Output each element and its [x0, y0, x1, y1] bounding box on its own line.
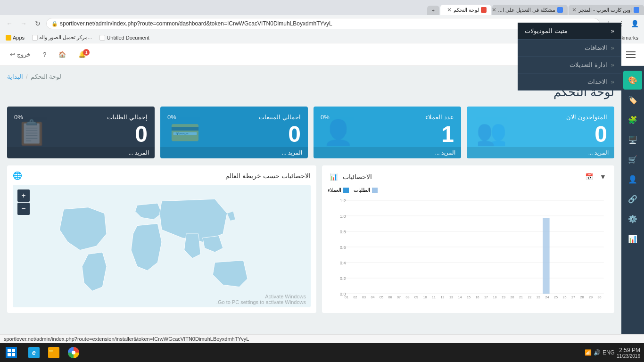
sidebar-orders-icon[interactable]: 🛒 — [623, 150, 642, 169]
dropdown-item-label-3: الاحداث — [587, 78, 607, 85]
support-button[interactable]: ? — [38, 48, 51, 61]
taskbar-app-ie[interactable]: e — [25, 343, 43, 362]
map-chart-header: الاحصائيات حسب خريطة العالم 🌐 — [13, 171, 311, 180]
explorer-svg — [48, 347, 59, 358]
svg-text:18: 18 — [493, 296, 497, 299]
activate-windows-line1: Activate Windows — [216, 294, 306, 299]
svg-text:05: 05 — [380, 296, 383, 299]
taskbar-date: 11/23/2016 — [617, 354, 640, 359]
svg-text:10: 10 — [423, 296, 427, 299]
tab-1[interactable]: اوبن كارت العرب - المتجر ✕ — [569, 5, 644, 15]
svg-rect-46 — [8, 353, 11, 356]
world-map-chart-box: الاحصائيات حسب خريطة العالم 🌐 + − — [7, 165, 316, 313]
chart-header: ▼ 📅 الاحصائيات 📊 — [328, 171, 609, 182]
sidebar-settings-icon[interactable]: ⚙️ — [623, 209, 642, 228]
svg-text:02: 02 — [354, 296, 357, 299]
top-nav-right-buttons: ↩ خروج ? 🏠 🔔 1 — [5, 48, 91, 61]
sidebar-catalog-icon[interactable]: 🏷️ — [623, 90, 642, 109]
svg-text:07: 07 — [397, 296, 401, 299]
dropdown-item-arrow-3: « — [611, 78, 614, 85]
address-bar[interactable]: 🔒 sportlover.net/admin/index.php?route=c… — [46, 18, 600, 29]
breadcrumb-home-link[interactable]: البداية — [7, 73, 23, 80]
svg-text:06: 06 — [388, 296, 392, 299]
taskbar-app-explorer[interactable] — [44, 343, 63, 362]
chart-bar-icon[interactable]: 📊 — [328, 171, 339, 182]
taskbar-apps: e — [23, 343, 85, 362]
hamburger-line-1 — [626, 51, 636, 52]
notification-button[interactable]: 🔔 1 — [73, 48, 91, 61]
tab-close-1[interactable]: ✕ — [572, 7, 577, 13]
dropdown-item-events[interactable]: « الاحداث — [518, 74, 621, 90]
svg-text:23: 23 — [537, 296, 540, 299]
logout-button[interactable]: ↩ خروج — [5, 48, 36, 61]
hamburger-line-3 — [626, 57, 636, 58]
stat-online-footer[interactable]: المزيد ... — [467, 147, 614, 158]
dropdown-item-extensions[interactable]: « الاضافات — [518, 40, 621, 57]
lang-tray-label: ENG — [603, 349, 615, 356]
svg-text:0.2: 0.2 — [340, 276, 346, 281]
stat-customers-footer[interactable]: المزيد ... — [314, 147, 461, 158]
svg-text:0.6: 0.6 — [340, 245, 346, 250]
svg-text:0.4: 0.4 — [340, 261, 346, 265]
hamburger-menu-button[interactable] — [622, 46, 639, 63]
sidebar-customers-icon[interactable]: 👤 — [623, 170, 642, 189]
dropdown-item-modifications[interactable]: « ادارة التعديلات — [518, 57, 621, 74]
svg-text:29: 29 — [589, 296, 593, 299]
bookmark-apps[interactable]: Apps — [4, 34, 26, 41]
stat-orders-footer[interactable]: المزيد ... — [7, 147, 155, 158]
chart-svg: 1.2 1.0 0.8 0.6 0.4 0.2 0.0 01 02 03 04 … — [328, 196, 609, 299]
back-button[interactable]: ← — [4, 18, 15, 29]
stat-card-orders: 0% إجمالي الطلبات 0 📋 المزيد ... — [7, 107, 155, 158]
taskbar-clock: 2:59 PM 11/23/2016 — [617, 347, 640, 359]
stat-card-online: المتواجدون الان 0 👥 المزيد ... — [467, 107, 614, 158]
svg-text:08: 08 — [406, 296, 410, 299]
svg-text:04: 04 — [371, 296, 375, 299]
bookmark-image-center[interactable]: مركز تحميل الصور واله... — [30, 33, 94, 41]
taskbar-right: 📶 🔊 ENG 2:59 PM 11/23/2016 — [585, 347, 644, 359]
stat-card-sales: 0% اجمالي المبيعات 0 💳 المزيد ... — [160, 107, 308, 158]
refresh-button[interactable]: ↻ — [32, 18, 43, 29]
svg-text:15: 15 — [467, 296, 471, 299]
dropdown-item-arrow-2: « — [611, 61, 614, 68]
sidebar-extensions-icon[interactable]: 🧩 — [623, 110, 642, 129]
legend-customers-color — [343, 188, 349, 193]
user-account-button[interactable]: 👤 — [629, 18, 640, 29]
dropdown-item-label-2: ادارة التعديلات — [570, 61, 607, 68]
svg-rect-47 — [12, 353, 15, 356]
legend-customers: العملاء — [328, 187, 349, 193]
tab-close-2[interactable]: ✕ — [492, 7, 496, 13]
taskbar-app-chrome[interactable] — [64, 343, 83, 362]
system-tray: 📶 🔊 ENG — [585, 349, 615, 356]
apps-bookmark-icon — [6, 35, 11, 41]
tab-4[interactable]: + — [427, 6, 439, 15]
charts-row: ▼ 📅 الاحصائيات 📊 الطلبات — [7, 165, 614, 313]
svg-text:25: 25 — [554, 296, 558, 299]
sidebar-reports-icon[interactable]: 📊 — [623, 229, 642, 248]
browser-tabs: اوبن كارت العرب - المتجر ✕ مشكلة في التع… — [0, 0, 644, 15]
svg-text:13: 13 — [449, 296, 453, 299]
map-zoom-in-button[interactable]: + — [17, 189, 30, 202]
home-button[interactable]: 🏠 — [53, 48, 71, 61]
sidebar-dashboard-icon[interactable]: 🎨 — [623, 71, 642, 90]
forward-button[interactable]: → — [18, 18, 29, 29]
status-bar-url: sportlover.net/admin/index.php?route=ext… — [4, 336, 249, 342]
windows-icon — [8, 349, 15, 356]
legend-orders-color — [372, 188, 378, 193]
tab-label-2: مشكلة في التعديل على ا... — [498, 7, 555, 13]
status-bar: sportlover.net/admin/index.php?route=ext… — [0, 334, 644, 343]
tab-2[interactable]: مشكلة في التعديل على ا... ✕ — [492, 5, 568, 15]
tab-close-3[interactable]: ✕ — [447, 7, 452, 13]
sidebar-share-icon[interactable]: 🔗 — [623, 189, 642, 208]
svg-text:12: 12 — [441, 296, 445, 299]
chart-dropdown-icon[interactable]: ▼ — [597, 171, 609, 182]
bookmark-untitled[interactable]: Untitled Document — [98, 34, 151, 41]
bookmark-apps-label: Apps — [13, 35, 25, 41]
tab-label-3: لوحة التحكم — [454, 7, 479, 13]
stat-sales-footer[interactable]: المزيد ... — [160, 147, 308, 158]
start-button[interactable] — [0, 343, 23, 362]
map-zoom-out-button[interactable]: − — [17, 203, 30, 215]
tab-3[interactable]: لوحة التحكم ✕ — [440, 5, 491, 15]
map-chart-title: الاحصائيات حسب خريطة العالم — [225, 172, 311, 180]
chart-calendar-icon[interactable]: 📅 — [583, 171, 594, 182]
sidebar-design-icon[interactable]: 🖥️ — [623, 130, 642, 149]
